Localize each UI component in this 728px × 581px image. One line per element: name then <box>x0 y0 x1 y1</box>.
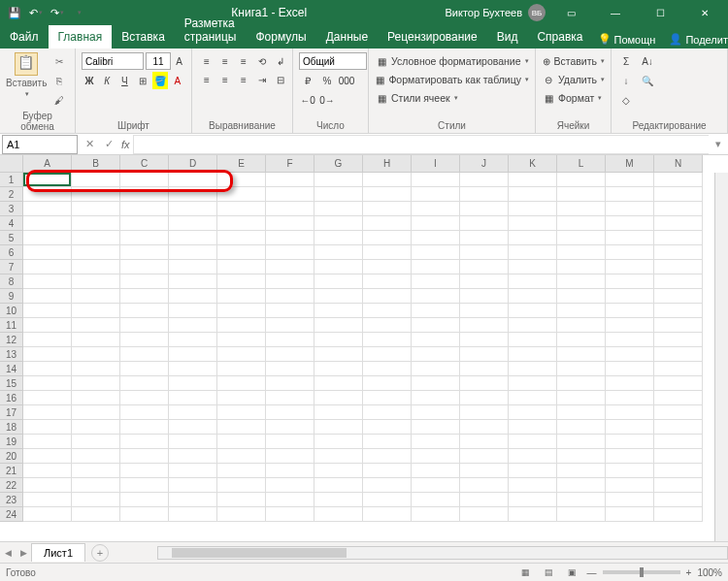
cell[interactable] <box>217 493 266 507</box>
tab-page-layout[interactable]: Разметка страницы <box>175 12 247 48</box>
cell[interactable] <box>412 173 460 187</box>
tab-formulas[interactable]: Формулы <box>246 25 315 48</box>
cell[interactable] <box>509 304 557 318</box>
cell[interactable] <box>509 187 557 202</box>
horizontal-scrollbar[interactable] <box>157 546 728 560</box>
cell[interactable] <box>654 274 703 289</box>
cell[interactable] <box>460 245 509 260</box>
cell[interactable] <box>509 202 557 216</box>
cell[interactable] <box>217 376 266 391</box>
cell[interactable] <box>654 304 703 318</box>
normal-view-icon[interactable]: ▦ <box>517 565 535 580</box>
cell[interactable] <box>217 347 266 362</box>
cell[interactable] <box>169 405 217 420</box>
cell[interactable] <box>557 216 606 231</box>
align-left-icon[interactable]: ≡ <box>198 71 215 88</box>
cell[interactable] <box>72 435 120 449</box>
clear-icon[interactable]: ◇ <box>617 91 635 109</box>
cell[interactable] <box>412 245 460 260</box>
row-header[interactable]: 4 <box>0 216 23 231</box>
cell[interactable] <box>557 493 606 507</box>
cell[interactable] <box>460 420 509 435</box>
cell[interactable] <box>169 318 217 333</box>
font-color-icon[interactable]: A <box>170 72 185 89</box>
cell[interactable] <box>557 347 606 362</box>
cell[interactable] <box>606 231 654 245</box>
cell[interactable] <box>169 507 217 522</box>
cell[interactable] <box>509 362 557 376</box>
cell[interactable] <box>460 464 509 478</box>
cell[interactable] <box>654 449 703 464</box>
cell[interactable] <box>460 318 509 333</box>
cell[interactable] <box>412 289 460 304</box>
cell[interactable] <box>412 507 460 522</box>
cell[interactable] <box>314 493 363 507</box>
cell[interactable] <box>120 245 169 260</box>
cell[interactable] <box>460 173 509 187</box>
row-header[interactable]: 6 <box>0 245 23 260</box>
cell[interactable] <box>654 478 703 493</box>
orientation-icon[interactable]: ⟲ <box>253 52 271 70</box>
cell[interactable] <box>460 478 509 493</box>
cell[interactable] <box>120 376 169 391</box>
row-header[interactable]: 2 <box>0 187 23 202</box>
cell[interactable] <box>120 187 169 202</box>
next-sheet-icon[interactable]: ▶ <box>16 543 31 563</box>
cell[interactable] <box>314 231 363 245</box>
cell[interactable] <box>557 435 606 449</box>
cell[interactable] <box>314 318 363 333</box>
cell[interactable] <box>169 289 217 304</box>
cell[interactable] <box>217 478 266 493</box>
column-header[interactable]: J <box>460 155 509 173</box>
cell[interactable] <box>23 347 72 362</box>
cell[interactable] <box>217 289 266 304</box>
cell[interactable] <box>654 231 703 245</box>
cell[interactable] <box>654 347 703 362</box>
cell[interactable] <box>217 449 266 464</box>
row-header[interactable]: 22 <box>0 478 23 493</box>
redo-icon[interactable]: ↷▾ <box>49 4 66 21</box>
cell[interactable] <box>314 420 363 435</box>
cell[interactable] <box>509 376 557 391</box>
cell[interactable] <box>314 507 363 522</box>
fill-icon[interactable]: ↓ <box>617 72 635 89</box>
cell[interactable] <box>169 333 217 347</box>
align-top-icon[interactable]: ≡ <box>198 52 215 70</box>
cell[interactable] <box>606 173 654 187</box>
column-header[interactable]: N <box>654 155 703 173</box>
cell[interactable] <box>654 260 703 274</box>
cell[interactable] <box>72 187 120 202</box>
add-sheet-button[interactable]: + <box>91 544 109 562</box>
tab-review[interactable]: Рецензирование <box>378 25 487 48</box>
row-header[interactable]: 10 <box>0 304 23 318</box>
row-header[interactable]: 12 <box>0 333 23 347</box>
cell[interactable] <box>460 347 509 362</box>
cell[interactable] <box>266 391 314 405</box>
cell[interactable] <box>606 318 654 333</box>
cell[interactable] <box>266 260 314 274</box>
cell[interactable] <box>606 449 654 464</box>
cell[interactable] <box>72 318 120 333</box>
cell[interactable] <box>654 435 703 449</box>
autosum-icon[interactable]: Σ <box>617 52 635 70</box>
insert-cells-button[interactable]: ⊕Вставить▾ <box>542 52 605 70</box>
cell[interactable] <box>363 304 412 318</box>
cell[interactable] <box>412 478 460 493</box>
cell[interactable] <box>72 216 120 231</box>
cell[interactable] <box>363 318 412 333</box>
cell[interactable] <box>363 187 412 202</box>
cell[interactable] <box>606 260 654 274</box>
row-header[interactable]: 15 <box>0 376 23 391</box>
cell[interactable] <box>363 449 412 464</box>
delete-cells-button[interactable]: ⊖Удалить▾ <box>542 71 605 88</box>
cell[interactable] <box>23 333 72 347</box>
cell[interactable] <box>460 362 509 376</box>
cell[interactable] <box>72 507 120 522</box>
cell[interactable] <box>412 231 460 245</box>
cell[interactable] <box>266 231 314 245</box>
column-header[interactable]: K <box>509 155 557 173</box>
cell[interactable] <box>654 216 703 231</box>
cell[interactable] <box>314 202 363 216</box>
cell[interactable] <box>23 449 72 464</box>
cell[interactable] <box>363 478 412 493</box>
